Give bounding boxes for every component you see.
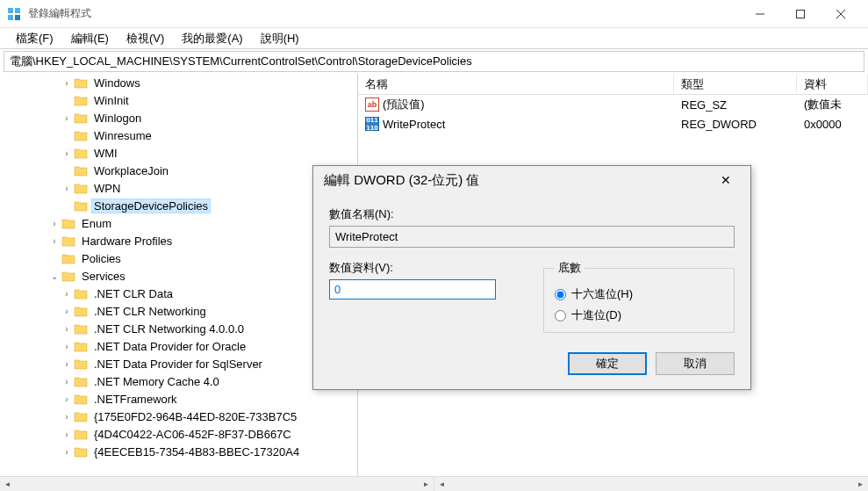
tree-item[interactable]: ›WPN [0,179,357,197]
tree-item[interactable]: ›.NET CLR Networking 4.0.0.0 [0,320,357,337]
maximize-button[interactable] [780,1,821,27]
menu-favorites[interactable]: 我的最愛(A) [173,29,251,48]
tree-item[interactable]: ›.NET CLR Data [0,285,357,302]
tree-toggle-icon[interactable]: › [61,306,72,316]
tree-item[interactable]: ›Windows [0,74,357,91]
app-icon [7,7,21,21]
tree-item[interactable]: ›{4D4C0422-AC06-452F-8F37-DB667C [0,425,357,443]
dec-radio-row[interactable]: 十進位(D) [555,307,723,323]
tree-label[interactable]: WinInit [91,93,132,108]
tree-toggle-icon[interactable]: › [61,77,72,88]
tree-toggle-icon[interactable]: › [49,218,60,228]
value-data: 0x0000 [797,116,849,133]
tree-item[interactable]: ›.NET CLR Networking [0,302,357,320]
tree-toggle-icon[interactable] [61,95,72,105]
tree-toggle-icon[interactable]: › [49,235,60,246]
col-type[interactable]: 類型 [674,74,797,94]
tree-toggle-icon[interactable]: › [61,341,72,351]
tree-item[interactable]: Winresume [0,126,357,144]
menu-file[interactable]: 檔案(F) [7,29,62,48]
tree-toggle-icon[interactable] [61,165,72,176]
list-row[interactable]: ab(預設值)REG_SZ(數值未 [358,95,868,114]
window-title: 登錄編輯程式 [28,6,740,21]
dialog-close-button[interactable]: ✕ [712,173,740,187]
tree-toggle-icon[interactable]: › [61,376,72,386]
minimize-button[interactable] [740,1,780,27]
cancel-button[interactable]: 取消 [656,352,735,375]
tree-item[interactable]: ›{175E0FD2-964B-44ED-820E-733B7C5 [0,408,357,425]
tree-label[interactable]: .NET Data Provider for Oracle [91,339,248,354]
titlebar: 登錄編輯程式 [0,0,868,28]
tree-label[interactable]: .NET CLR Networking 4.0.0.0 [91,321,247,336]
tree-label[interactable]: .NET Data Provider for SqlServer [91,357,265,372]
tree-item[interactable]: WorkplaceJoin [0,162,357,179]
tree-label[interactable]: Hardware Profiles [79,234,175,249]
tree-label[interactable]: {175E0FD2-964B-44ED-820E-733B7C5 [91,409,299,424]
base-legend: 底數 [555,260,585,276]
string-value-icon: ab [365,97,379,112]
list-row[interactable]: 011110WriteProtectREG_DWORD0x0000 [358,114,868,134]
tree-toggle-icon[interactable] [49,253,60,264]
tree-label[interactable]: {4EECEB15-7354-4B83-BBEC-17320A4 [91,444,302,459]
tree-label[interactable]: .NET CLR Networking [91,304,209,319]
tree-item[interactable]: ›.NETFramework [0,390,357,408]
col-name[interactable]: 名稱 [358,74,674,94]
value-name-label: 數值名稱(N): [329,206,735,222]
tree-label[interactable]: Winresume [91,128,154,143]
tree-item[interactable]: Policies [0,249,357,267]
tree-label[interactable]: .NETFramework [91,392,180,407]
col-data[interactable]: 資料 [797,74,868,94]
tree-item[interactable]: ⌄Services [0,267,357,285]
tree-item[interactable]: ›Winlogon [0,109,357,126]
menu-edit[interactable]: 編輯(E) [62,29,118,48]
svg-rect-3 [15,15,20,20]
tree-toggle-icon[interactable]: › [61,429,72,439]
hex-radio[interactable] [555,289,566,300]
base-fieldset: 底數 十六進位(H) 十進位(D) [543,260,735,333]
tree-toggle-icon[interactable] [61,130,72,141]
tree-label[interactable]: Winlogon [91,111,144,126]
tree-toggle-icon[interactable]: › [61,446,72,457]
tree-label[interactable]: Services [79,269,128,284]
tree-item[interactable]: ›{4EECEB15-7354-4B83-BBEC-17320A4 [0,443,357,460]
tree-toggle-icon[interactable]: › [61,323,72,334]
tree-label[interactable]: WMI [91,146,120,161]
edit-dword-dialog: 編輯 DWORD (32-位元) 值 ✕ 數值名稱(N): WriteProte… [312,165,751,390]
tree-toggle-icon[interactable]: › [61,183,72,193]
tree-label[interactable]: WorkplaceJoin [91,163,171,178]
tree-toggle-icon[interactable]: › [61,411,72,422]
ok-button[interactable]: 確定 [568,352,647,375]
tree-toggle-icon[interactable]: › [61,288,72,299]
tree-item[interactable]: StorageDevicePolicies [0,197,357,214]
tree-toggle-icon[interactable]: ⌄ [49,271,60,281]
menu-help[interactable]: 說明(H) [252,29,308,48]
hex-radio-row[interactable]: 十六進位(H) [555,286,723,302]
tree-toggle-icon[interactable]: › [61,394,72,404]
tree-item[interactable]: ›WMI [0,144,357,162]
dec-radio[interactable] [555,310,566,321]
tree-label[interactable]: StorageDevicePolicies [91,199,211,213]
tree-label[interactable]: .NET CLR Data [91,286,176,301]
tree-item[interactable]: ›.NET Memory Cache 4.0 [0,372,357,390]
close-button[interactable] [821,1,861,27]
tree-label[interactable]: Policies [79,251,124,266]
tree-item[interactable]: ›Enum [0,214,357,232]
tree-label[interactable]: Enum [79,216,114,231]
tree-toggle-icon[interactable]: › [61,148,72,158]
tree-item[interactable]: ›.NET Data Provider for Oracle [0,337,357,355]
tree-toggle-icon[interactable]: › [61,112,72,123]
tree-toggle-icon[interactable] [61,200,72,211]
tree-item[interactable]: WinInit [0,91,357,109]
horizontal-scrollbar[interactable]: ◄► ◄► [0,476,868,491]
tree-label[interactable]: .NET Memory Cache 4.0 [91,374,222,389]
value-data-input[interactable] [329,279,496,300]
tree-toggle-icon[interactable]: › [61,358,72,369]
svg-rect-1 [15,8,20,13]
tree-item[interactable]: ›Hardware Profiles [0,232,357,249]
tree-label[interactable]: Windows [91,76,143,90]
address-bar[interactable]: 電腦\HKEY_LOCAL_MACHINE\SYSTEM\CurrentCont… [4,51,864,72]
tree-label[interactable]: WPN [91,181,123,196]
menu-view[interactable]: 檢視(V) [118,29,173,48]
tree-label[interactable]: {4D4C0422-AC06-452F-8F37-DB667C [91,427,294,442]
tree-item[interactable]: ›.NET Data Provider for SqlServer [0,355,357,372]
